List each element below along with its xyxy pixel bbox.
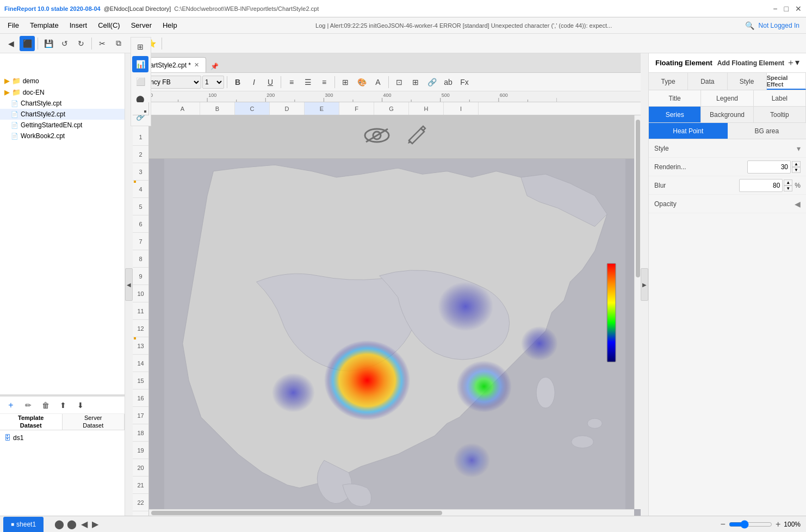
row-9[interactable]: 9 xyxy=(133,268,148,285)
font-color-btn[interactable]: A xyxy=(370,75,386,90)
maximize-button[interactable]: □ xyxy=(784,4,789,13)
panel-tab-data[interactable]: Data xyxy=(688,73,727,90)
menu-file[interactable]: File xyxy=(2,19,24,32)
blur-down-btn[interactable]: ▼ xyxy=(784,185,792,191)
rendering-up-btn[interactable]: ▲ xyxy=(792,161,801,167)
sheet-tab-1[interactable]: ■ sheet1 xyxy=(3,517,44,532)
side-icon-1[interactable]: ⊞ xyxy=(132,39,148,55)
fill-color-btn[interactable]: 🎨 xyxy=(354,75,369,90)
save-btn[interactable]: 💾 xyxy=(41,36,56,51)
ab-btn[interactable]: ab xyxy=(441,75,456,90)
merge-btn[interactable]: ⊡ xyxy=(392,75,407,90)
size-select[interactable]: 1 xyxy=(202,76,224,89)
tree-item-workbook2[interactable]: 📄 WorkBook2.cpt xyxy=(0,131,125,141)
row-12[interactable]: 12 xyxy=(133,320,148,337)
h-scrollbar[interactable] xyxy=(149,509,634,516)
row-6[interactable]: 6 xyxy=(133,215,148,233)
col-F[interactable]: F xyxy=(339,102,374,115)
left-collapse-btn[interactable]: ◀ xyxy=(125,268,133,301)
close-button[interactable]: ✕ xyxy=(795,4,802,13)
panel-tab-special[interactable]: Special Effect xyxy=(767,73,806,90)
row-15[interactable]: 15 xyxy=(133,372,148,389)
row-10[interactable]: 10 xyxy=(133,285,148,302)
ds-delete-btn[interactable]: 🗑 xyxy=(38,398,53,413)
row-21[interactable]: 21 xyxy=(133,477,148,494)
row-13[interactable]: 13 xyxy=(133,337,148,355)
row-11[interactable]: 11 xyxy=(133,302,148,320)
zoom-slider[interactable] xyxy=(729,520,772,529)
tab-close-btn[interactable]: ✕ xyxy=(194,61,199,69)
heat-tab-heatpoint[interactable]: Heat Point xyxy=(649,123,728,139)
tree-item-gettingstarted[interactable]: 📄 GettingStartedEN.cpt xyxy=(0,120,125,131)
side-icon-active[interactable]: 📊 xyxy=(132,56,148,72)
row-1[interactable]: 1 xyxy=(133,128,148,146)
row-18[interactable]: 18 xyxy=(133,424,148,442)
nav-prev-btn[interactable]: ◀ xyxy=(81,519,88,529)
row-4[interactable]: 4 xyxy=(133,181,148,198)
menu-template[interactable]: Template xyxy=(24,19,64,32)
ds-add-btn[interactable]: + xyxy=(3,398,18,413)
minimize-button[interactable]: − xyxy=(773,4,777,13)
sub-tab-legend[interactable]: Legend xyxy=(701,90,753,106)
cut-btn[interactable]: ✂ xyxy=(95,36,110,51)
nav-next-btn[interactable]: ▶ xyxy=(92,519,98,529)
align-right-btn[interactable]: ≡ xyxy=(317,75,332,90)
menu-server[interactable]: Server xyxy=(126,19,157,32)
split-btn[interactable]: ⊞ xyxy=(408,75,423,90)
col-E[interactable]: E xyxy=(305,102,339,115)
row-17[interactable]: 17 xyxy=(133,407,148,424)
heat-tab-bgarea[interactable]: BG area xyxy=(728,123,807,139)
col-I[interactable]: I xyxy=(444,102,479,115)
opacity-arrow-icon[interactable]: ◀ xyxy=(795,200,801,208)
blur-up-btn[interactable]: ▲ xyxy=(784,180,792,185)
login-button[interactable]: Not Logged In xyxy=(759,22,799,29)
ds-tab-template[interactable]: TemplateDataset xyxy=(0,414,63,430)
nav-first-btn[interactable]: ⬤ ⬤ xyxy=(54,519,76,529)
align-left-btn[interactable]: ≡ xyxy=(284,75,299,90)
row-3[interactable]: 3 xyxy=(133,163,148,181)
series-tab-background[interactable]: Background xyxy=(701,107,753,122)
ds-item-ds1[interactable]: 🗄 ds1 xyxy=(2,432,122,443)
row-19[interactable]: 19 xyxy=(133,442,148,459)
copy-btn[interactable]: ⧉ xyxy=(111,36,126,51)
grid-content[interactable] xyxy=(149,115,641,516)
row-16[interactable]: 16 xyxy=(133,389,148,407)
add-floating-element-btn[interactable]: Add Floating Element ＋▾ xyxy=(717,57,799,69)
ds-down-btn[interactable]: ⬇ xyxy=(73,398,88,413)
rendering-down-btn[interactable]: ▼ xyxy=(792,167,801,173)
row-14[interactable]: 14 xyxy=(133,355,148,372)
bold-btn[interactable]: B xyxy=(230,75,245,90)
row-2[interactable]: 2 xyxy=(133,146,148,163)
italic-btn[interactable]: I xyxy=(246,75,262,90)
redo-btn[interactable]: ↻ xyxy=(73,36,89,51)
tree-item-demo[interactable]: ▶ 📁 demo xyxy=(0,75,125,86)
side-icon-3[interactable]: ⬜ xyxy=(132,73,148,90)
zoom-minus-btn[interactable]: − xyxy=(721,519,726,529)
right-collapse-btn[interactable]: ▶ xyxy=(641,268,648,301)
search-icon[interactable]: 🔍 xyxy=(745,21,754,30)
undo-btn[interactable]: ↺ xyxy=(57,36,72,51)
zoom-plus-btn[interactable]: + xyxy=(776,519,780,529)
series-tab-tooltip[interactable]: Tooltip xyxy=(754,107,806,122)
tree-item-docen[interactable]: ▶ 📁 doc-EN xyxy=(0,86,125,98)
sub-tab-title[interactable]: Title xyxy=(649,90,701,106)
ds-tab-server[interactable]: ServerDataset xyxy=(63,414,125,430)
hyperlink-btn[interactable]: 🔗 xyxy=(424,75,439,90)
h-scroll-thumb[interactable] xyxy=(151,511,442,515)
tree-item-chartstyle2[interactable]: 📄 ChartStyle2.cpt xyxy=(0,109,125,120)
row-8[interactable]: 8 xyxy=(133,250,148,268)
border-btn[interactable]: ⊞ xyxy=(338,75,353,90)
panel-tab-style[interactable]: Style xyxy=(728,73,767,90)
v-scroll-thumb[interactable] xyxy=(636,120,640,277)
align-center-btn[interactable]: ☰ xyxy=(300,75,315,90)
col-B[interactable]: B xyxy=(200,102,235,115)
row-20[interactable]: 20 xyxy=(133,459,148,477)
row-23[interactable]: 23 xyxy=(133,511,148,516)
col-A[interactable]: A xyxy=(165,102,200,115)
row-22[interactable]: 22 xyxy=(133,494,148,511)
series-tab-series[interactable]: Series xyxy=(649,107,701,122)
menu-help[interactable]: Help xyxy=(157,19,183,32)
menu-insert[interactable]: Insert xyxy=(64,19,93,32)
blur-input[interactable] xyxy=(739,179,783,192)
sub-tab-label[interactable]: Label xyxy=(754,90,806,106)
